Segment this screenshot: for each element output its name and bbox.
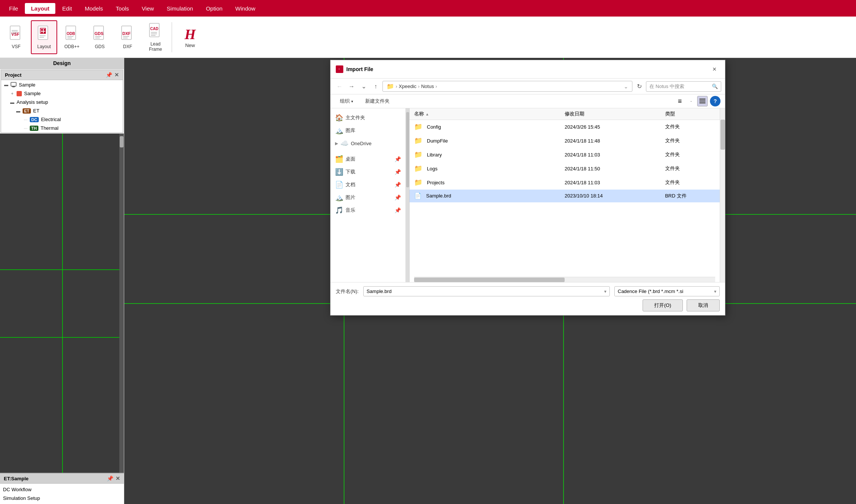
tree-item-analysis-setup[interactable]: ▬ Analysis setup: [1, 98, 123, 106]
nav-back-btn[interactable]: ←: [334, 81, 345, 92]
folder-icon-dumpfile: 📁: [414, 137, 422, 145]
svg-text:CAD: CAD: [150, 27, 158, 31]
toolbar-dxf[interactable]: DXF DXF: [114, 20, 141, 54]
menu-window[interactable]: Window: [229, 3, 261, 14]
gds-label: GDS: [95, 44, 105, 49]
bottom-item-dc-workflow[interactable]: DC Workflow: [0, 485, 124, 494]
svg-rect-9: [41, 32, 43, 33]
th-badge: TH: [30, 126, 38, 131]
file-label-dumpfile: DumpFile: [427, 138, 448, 144]
file-row-projects[interactable]: 📁 Projects 2024/1/18 11:03 文件夹: [410, 176, 720, 190]
nav-up-btn[interactable]: ↑: [370, 81, 381, 92]
simulation-setup-label: Simulation Setup: [3, 495, 40, 501]
file-row-logs[interactable]: 📁 Logs 2024/1/18 11:50 文件夹: [410, 162, 720, 176]
file-label-library: Library: [427, 152, 442, 158]
tree-item-thermal[interactable]: ··· TH Thermal: [1, 124, 123, 132]
view-details-btn[interactable]: [697, 96, 708, 106]
tree-music-label: 音乐: [346, 207, 355, 214]
tree-item-electrical[interactable]: ··· DC Electrical: [1, 115, 123, 124]
pin-icon[interactable]: 📌: [106, 72, 112, 78]
main-area: Design Project 📌 ✕ ▬ Sample: [0, 58, 856, 504]
svg-rect-7: [41, 29, 43, 31]
file-row-config[interactable]: 📁 Config 2024/3/26 15:45 文件夹: [410, 120, 720, 134]
tree-downloads[interactable]: ⬇️ 下载 📌: [331, 165, 405, 178]
search-icon[interactable]: 🔍: [712, 83, 718, 89]
tree-onedrive[interactable]: ▶ ☁️ OneDrive: [331, 137, 405, 150]
menu-layout[interactable]: Layout: [25, 3, 55, 14]
file-row-dumpfile[interactable]: 📁 DumpFile 2024/1/18 11:48 文件夹: [410, 134, 720, 148]
et-badge: ET: [23, 108, 31, 114]
breadcrumb-expand-icon[interactable]: ⌄: [624, 83, 628, 90]
nav-down-btn[interactable]: ⌄: [358, 81, 369, 92]
breadcrumb-bar[interactable]: 📁 › Xpeedic › Notus › ⌄: [382, 81, 632, 92]
tree-scrollbar[interactable]: [406, 108, 410, 282]
footer-filename-row: 文件名(N): Sample.brd ▾ Cadence File (*.brd…: [336, 286, 720, 296]
toolbar-odb[interactable]: ODB ODB++: [59, 20, 85, 54]
h-scrollbar[interactable]: [414, 277, 715, 282]
filename-dropdown-icon: ▾: [604, 289, 606, 294]
tree-music[interactable]: 🎵 音乐 📌: [331, 204, 405, 217]
menu-option[interactable]: Option: [200, 3, 228, 14]
new-folder-btn[interactable]: 新建文件夹: [360, 96, 394, 106]
bottom-item-simulation-setup[interactable]: Simulation Setup: [0, 494, 124, 502]
file-row-library[interactable]: 📁 Library 2024/1/18 11:03 文件夹: [410, 148, 720, 162]
panel-header-icons: 📌 ✕: [106, 72, 119, 78]
music-pin-icon: 📌: [394, 207, 401, 213]
tree-home[interactable]: 🏠 主文件夹: [331, 111, 405, 124]
svg-rect-36: [699, 102, 705, 103]
view-grid-btn[interactable]: ·: [686, 96, 696, 106]
bottom-close-icon[interactable]: ✕: [116, 475, 120, 481]
file-label-projects: Projects: [427, 180, 445, 185]
menu-view[interactable]: View: [136, 3, 160, 14]
nav-refresh-btn[interactable]: ↻: [634, 81, 644, 92]
tree-pictures-label: 图片: [346, 194, 355, 201]
file-row-sample-brd[interactable]: 📄 Sample.brd 2023/10/10 18:14 BRD 文件: [410, 190, 720, 202]
menu-file[interactable]: File: [3, 3, 24, 14]
menu-simulation[interactable]: Simulation: [161, 3, 199, 14]
svg-rect-34: [699, 99, 705, 100]
toolbar-leadframe[interactable]: CAD LeadFrame: [142, 20, 169, 54]
panel-close-icon[interactable]: ✕: [114, 72, 119, 78]
dxf-icon: DXF: [120, 24, 135, 43]
col-date-header[interactable]: 修改日期: [565, 111, 665, 117]
col-name-header[interactable]: 名称 ▲: [414, 111, 565, 117]
toolbar-vsf[interactable]: VSF VSF: [3, 20, 29, 54]
canvas-preview: [0, 134, 124, 473]
menu-models[interactable]: Models: [79, 3, 109, 14]
filetype-select[interactable]: Cadence File (*.brd *.mcm *.si ▾: [614, 286, 720, 296]
toolbar-new[interactable]: H New: [175, 20, 205, 54]
tree-desktop[interactable]: 🗂️ 桌面 📌: [331, 153, 405, 165]
toolbar-gds[interactable]: GDS GDS: [87, 20, 113, 54]
filename-input[interactable]: Sample.brd ▾: [363, 286, 610, 296]
canvas-scrollbar[interactable]: [119, 134, 124, 473]
dialog-close-btn[interactable]: ×: [709, 64, 720, 74]
tree-item-sample-root[interactable]: ▬ Sample: [1, 80, 123, 89]
toolbar-layout[interactable]: Layout: [31, 20, 57, 54]
menu-tools[interactable]: Tools: [110, 3, 135, 14]
breadcrumb-xpeedic: Xpeedic: [399, 83, 416, 89]
cancel-btn[interactable]: 取消: [687, 299, 720, 311]
tree-onedrive-label: OneDrive: [351, 141, 372, 146]
tree-item-sample[interactable]: ＋ Sample: [1, 89, 123, 98]
file-type-logs: 文件夹: [665, 165, 715, 172]
tree-pictures[interactable]: 🏔️ 图片 📌: [331, 191, 405, 204]
tree-documents[interactable]: 📄 文档 📌: [331, 178, 405, 191]
menu-edit[interactable]: Edit: [56, 3, 78, 14]
col-type-header[interactable]: 类型: [665, 111, 715, 117]
help-btn[interactable]: ?: [710, 96, 720, 106]
tree-item-et[interactable]: ▬ ET ET: [1, 106, 123, 115]
organize-btn[interactable]: 组织 ▾: [335, 96, 358, 106]
tree-gallery[interactable]: 🏔️ 图库: [331, 124, 405, 137]
green-line-v1: [62, 134, 63, 473]
nav-forward-btn[interactable]: →: [346, 81, 357, 92]
bottom-pin-icon[interactable]: 📌: [107, 475, 113, 481]
file-list-scrollbar[interactable]: [720, 108, 725, 282]
monitor-icon: [11, 82, 17, 88]
breadcrumb-sep2: ›: [418, 83, 419, 89]
gds-icon: GDS: [92, 24, 107, 43]
tree-label-et: ET: [33, 108, 40, 114]
file-name-logs: 📁 Logs: [414, 164, 565, 173]
view-list-btn[interactable]: ≡: [675, 96, 685, 106]
project-panel-title: Project: [5, 72, 21, 78]
open-btn[interactable]: 打开(O): [643, 299, 683, 311]
